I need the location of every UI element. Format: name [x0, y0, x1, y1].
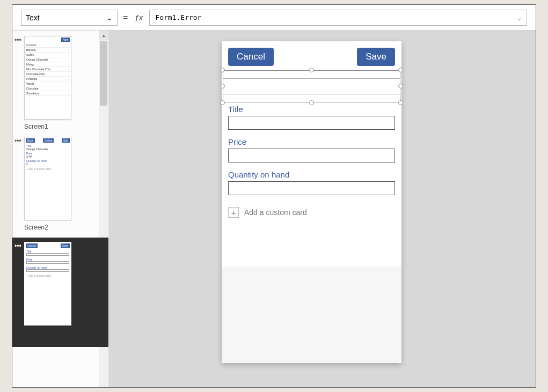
property-dropdown-value: Text	[26, 13, 40, 22]
quantity-input[interactable]	[228, 181, 395, 195]
design-canvas[interactable]: Cancel Save Title Price Quant	[109, 31, 536, 387]
title-input[interactable]	[228, 116, 395, 130]
field-label: Price	[228, 137, 395, 146]
more-icon[interactable]: •••	[14, 37, 21, 43]
app-preview: Cancel Save Title Price Quant	[222, 41, 401, 363]
add-custom-card[interactable]: + Add a custom card	[228, 207, 395, 218]
main-area: ▴ ••• New Coconut› Banana› Coffee› Orang…	[12, 31, 536, 387]
thumb-new-button: New	[61, 38, 70, 42]
edit-form: Title Price Quantity on hand +	[228, 105, 395, 218]
formula-text: Form1.Error	[155, 13, 201, 21]
formula-bar: Text ⌄ = ƒx Form1.Error ⌄	[12, 5, 536, 31]
formula-input[interactable]: Form1.Error ⌄	[149, 10, 527, 26]
field-label: Quantity on hand	[228, 170, 395, 179]
equals-sign: =	[123, 13, 128, 23]
app-studio-frame: Text ⌄ = ƒx Form1.Error ⌄ ▴ ••• New Coc	[12, 4, 536, 388]
more-icon[interactable]: •••	[14, 243, 21, 249]
property-dropdown[interactable]: Text ⌄	[21, 10, 118, 26]
thumbnail-screen1[interactable]: ••• New Coconut› Banana› Coffee› Orange …	[14, 36, 106, 130]
field-quantity: Quantity on hand	[228, 170, 395, 195]
save-button[interactable]: Save	[357, 48, 395, 66]
plus-icon: +	[228, 207, 239, 218]
screen-thumbnails-panel: ▴ ••• New Coconut› Banana› Coffee› Orang…	[12, 31, 109, 387]
chevron-down-icon: ⌄	[106, 13, 113, 22]
more-icon[interactable]: •••	[14, 138, 21, 144]
field-title: Title	[228, 105, 395, 130]
field-label: Title	[228, 105, 395, 114]
chevron-down-icon[interactable]: ⌄	[517, 14, 521, 21]
thumbnail-screen3[interactable]: ••• Cancel Save Title Price Quantity on …	[12, 238, 108, 347]
field-price: Price	[228, 137, 395, 162]
add-card-label: Add a custom card	[244, 208, 307, 217]
fx-icon: ƒx	[133, 13, 144, 22]
thumbnail-canvas: New Coconut› Banana› Coffee› Orange Choc…	[24, 36, 71, 120]
price-input[interactable]	[228, 149, 395, 162]
thumbnail-canvas: Cancel Save Title Price Quantity on hand…	[24, 242, 71, 326]
thumbnail-screen2[interactable]: ••• Back Delete Edit Title Orange Chocol…	[14, 137, 106, 231]
cancel-button[interactable]: Cancel	[228, 48, 274, 66]
thumbnail-canvas: Back Delete Edit Title Orange Chocolate …	[24, 137, 71, 220]
thumbnail-label: Screen2	[24, 224, 106, 231]
thumbnail-label: Screen1	[24, 123, 106, 130]
